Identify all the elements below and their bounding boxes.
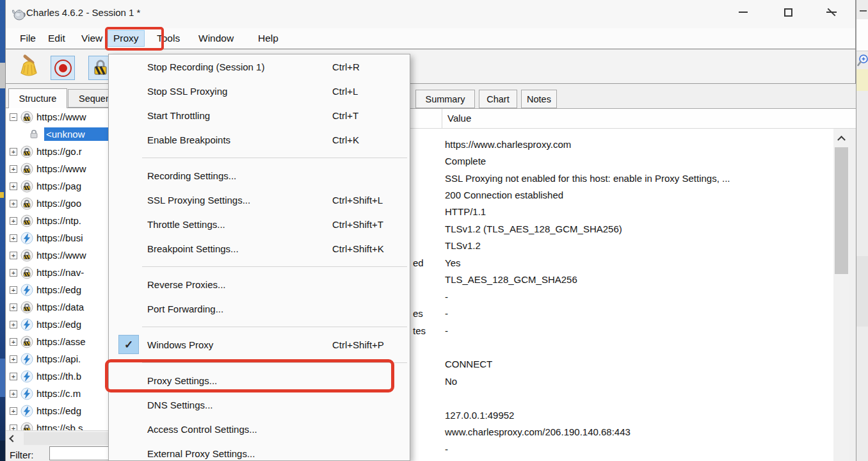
summary-row: es- (410, 305, 833, 321)
menu-item-dns-settings[interactable]: DNS Settings... (109, 392, 410, 417)
collapse-icon[interactable]: − (10, 113, 17, 121)
expand-icon[interactable]: + (10, 373, 17, 380)
tree-row[interactable]: +https://pag (6, 177, 108, 195)
menubar-item-file[interactable]: File (15, 30, 41, 47)
menu-item-external-proxy-settings[interactable]: External Proxy Settings... (109, 441, 410, 461)
vertical-scrollbar[interactable] (833, 129, 849, 461)
menubar-item-edit[interactable]: Edit (43, 30, 70, 47)
menu-item-breakpoint-settings[interactable]: Breakpoint Settings...Ctrl+Shift+K (109, 236, 410, 261)
tab-structure[interactable]: Structure (8, 88, 67, 108)
menu-item-port-forwarding[interactable]: Port Forwarding... (109, 296, 410, 321)
expand-icon[interactable]: + (10, 182, 17, 190)
tab-sequence[interactable]: Sequence (68, 89, 108, 108)
expand-icon[interactable]: + (10, 269, 17, 277)
tree-row[interactable]: +https://www (6, 160, 108, 177)
menu-item-label: Windows Proxy (147, 339, 213, 350)
tree-row[interactable]: +https://ntp. (6, 212, 108, 229)
expand-icon[interactable]: + (10, 252, 17, 259)
summary-value: Complete (445, 156, 486, 166)
tree-row-label: https://www (36, 163, 86, 174)
expand-icon[interactable]: + (10, 303, 17, 311)
menu-item-reverse-proxies[interactable]: Reverse Proxies... (109, 272, 410, 296)
expand-icon[interactable]: + (10, 217, 17, 225)
menu-item-ssl-proxying-settings[interactable]: SSL Proxying Settings...Ctrl+Shift+L (109, 188, 410, 212)
tree-row[interactable]: −https://www (6, 108, 108, 125)
expand-icon[interactable]: + (10, 425, 17, 431)
summary-value: https://www.charlesproxy.com (445, 139, 571, 150)
tree-row[interactable]: +https://edg (6, 316, 108, 333)
scroll-up-button[interactable] (833, 129, 849, 147)
tab-chart[interactable]: Chart (479, 90, 517, 108)
menu-item-start-throttling[interactable]: Start ThrottlingCtrl+T (109, 103, 410, 127)
menu-separator (109, 152, 410, 163)
fast-bolt-icon (20, 405, 33, 417)
scrollbar-thumb[interactable] (835, 147, 848, 274)
summary-value: www.charlesproxy.com/206.190.140.68:443 (445, 426, 631, 437)
filter-label: Filter: (10, 449, 34, 460)
summary-row: HTTP/1.1 (410, 204, 833, 220)
tree-row[interactable]: +https://www (6, 247, 108, 264)
menubar-item-view[interactable]: View (76, 30, 108, 47)
horizontal-scrollbar[interactable] (6, 430, 108, 446)
desktop-edge-detail (0, 441, 5, 461)
tree-row[interactable]: +https://sb.s (6, 419, 108, 430)
ssl-lock-icon (20, 163, 33, 175)
expand-icon[interactable]: + (10, 165, 17, 173)
expand-icon[interactable]: + (10, 355, 17, 363)
filter-input[interactable] (49, 446, 108, 460)
tree-row[interactable]: +https://c.m (6, 385, 108, 402)
menubar-item-window[interactable]: Window (193, 30, 239, 47)
expand-icon[interactable]: + (10, 148, 17, 156)
tree-row-selected[interactable]: <unknow (6, 125, 108, 143)
summary-value: SSL Proxying not enabled for this host: … (445, 173, 730, 184)
tree-row[interactable]: +https://data (6, 298, 108, 316)
menubar-item-help[interactable]: Help (253, 30, 284, 47)
tab-summary[interactable]: Summary (415, 90, 475, 108)
menu-item-label: SSL Proxying Settings... (147, 195, 250, 206)
tree-row[interactable]: +https://th.b (6, 368, 108, 385)
tree-row[interactable]: +https://api. (6, 350, 108, 368)
scrollbar-track[interactable] (24, 432, 108, 445)
expand-icon[interactable]: + (10, 321, 17, 328)
filter-bar: Filter: (6, 446, 108, 461)
menu-item-label: Reverse Proxies... (147, 279, 226, 290)
table-header: Value (410, 109, 856, 129)
menu-item-proxy-settings[interactable]: Proxy Settings... (109, 368, 410, 392)
expand-icon[interactable]: + (10, 286, 17, 294)
tree-row[interactable]: +https://edg (6, 402, 108, 419)
scroll-left-button[interactable] (6, 431, 20, 446)
menu-item-label: Breakpoint Settings... (147, 243, 239, 254)
expand-icon[interactable]: + (10, 390, 17, 398)
tree-row[interactable]: +https://goo (6, 195, 108, 212)
menu-item-stop-ssl-proxying[interactable]: Stop SSL ProxyingCtrl+L (109, 79, 410, 103)
tree-row[interactable]: +https://busi (6, 229, 108, 247)
expand-icon[interactable]: + (10, 200, 17, 207)
tab-notes[interactable]: Notes (521, 90, 557, 108)
menu-item-recording-settings[interactable]: Recording Settings... (109, 163, 410, 188)
menu-item-enable-breakpoints[interactable]: Enable BreakpointsCtrl+K (109, 127, 410, 152)
tree-row[interactable]: +https://edg (6, 281, 108, 298)
summary-value: HTTP/1.1 (445, 206, 486, 217)
menubar-item-proxy[interactable]: Proxy (108, 30, 145, 47)
menu-item-windows-proxy[interactable]: ✓Windows ProxyCtrl+Shift+P (109, 332, 410, 357)
menu-item-label: Access Control Settings... (147, 424, 257, 435)
summary-value: TLS_AES_128_GCM_SHA256 (445, 274, 577, 285)
record-button[interactable] (51, 56, 75, 80)
menubar-item-tools[interactable]: Tools (152, 30, 185, 47)
tree-row[interactable]: +https://asse (6, 333, 108, 350)
expand-icon[interactable]: + (10, 234, 17, 242)
menu-item-stop-recording-session-1[interactable]: Stop Recording (Session 1)Ctrl+R (109, 54, 410, 79)
close-button[interactable] (817, 3, 846, 22)
tree-row-label: https://pag (36, 181, 81, 191)
maximize-button[interactable] (774, 3, 802, 22)
menu-item-throttle-settings[interactable]: Throttle Settings...Ctrl+Shift+T (109, 212, 410, 236)
tree-row[interactable]: +https://nav- (6, 264, 108, 281)
menu-item-shortcut: Ctrl+Shift+P (332, 339, 384, 350)
clear-session-broom-icon[interactable] (17, 54, 42, 79)
menu-item-access-control-settings[interactable]: Access Control Settings... (109, 417, 410, 441)
expand-icon[interactable]: + (10, 407, 17, 415)
tree-row[interactable]: +https://go.r (6, 143, 108, 160)
summary-row: TLSv1.2 (410, 238, 833, 254)
expand-icon[interactable]: + (10, 338, 17, 346)
minimize-button[interactable] (729, 3, 757, 22)
